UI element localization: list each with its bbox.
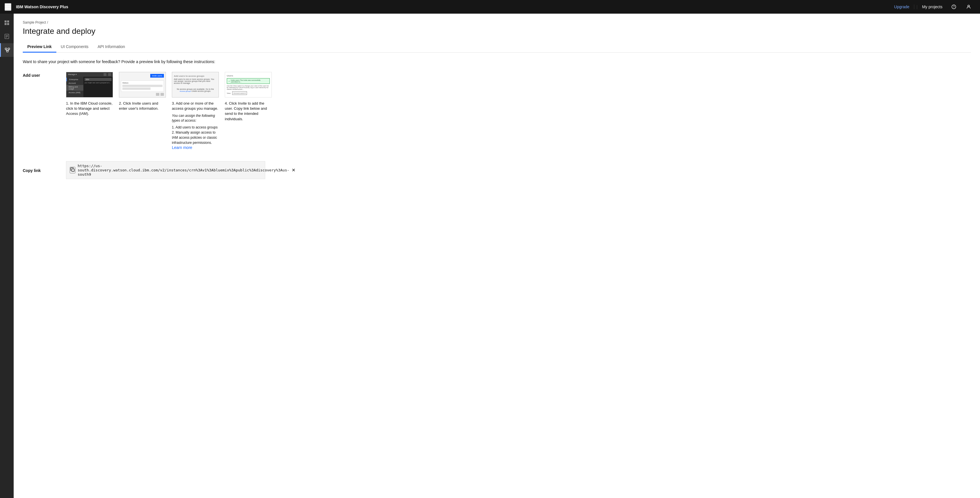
step-1-text: 1. In the IBM Cloud console, click to Ma…: [66, 101, 115, 117]
svg-rect-9: [7, 23, 9, 25]
sidebar-item-overview[interactable]: [0, 16, 14, 30]
copy-icon-button[interactable]: [70, 167, 75, 173]
breadcrumb: Sample Project /: [23, 21, 971, 24]
tab-preview-link[interactable]: Preview Link: [23, 41, 56, 52]
steps-grid: Manage ▾ Enterprise Account Billing and …: [66, 72, 971, 150]
step-2-text: 2. Click Invite users and enter user's i…: [119, 101, 167, 111]
page-description: Want to share your project with someone …: [23, 59, 971, 64]
add-user-label: Add user: [23, 73, 57, 78]
copy-link-url: https://us-south.discovery.watson.cloud.…: [78, 164, 290, 176]
help-button[interactable]: ?: [947, 0, 961, 14]
step-1: Manage ▾ Enterprise Account Billing and …: [66, 72, 115, 150]
breadcrumb-separator: /: [47, 21, 48, 24]
svg-rect-6: [5, 21, 6, 22]
svg-rect-2: [5, 8, 11, 8]
svg-rect-15: [8, 48, 10, 49]
copy-link-input-wrap: https://us-south.discovery.watson.cloud.…: [66, 161, 265, 179]
sidebar: [0, 14, 14, 498]
step-2: Invite users Status 2. Click Invi: [119, 72, 167, 150]
step-3-list: 1. Add users to access groups 2. Manuall…: [172, 125, 220, 145]
step-3-italic: You can assign the following types of ac…: [172, 113, 220, 123]
copy-link-label: Copy link: [23, 168, 57, 173]
step-3-text: 3. Add one or more of the access groups …: [172, 101, 220, 111]
svg-rect-14: [5, 48, 7, 49]
page-title: Integrate and deploy: [23, 27, 971, 36]
svg-text:?: ?: [953, 5, 955, 8]
step-3-image: Add users to access groups Add users to …: [172, 72, 219, 97]
tab-ui-components[interactable]: UI Components: [56, 41, 93, 52]
sidebar-item-documents[interactable]: [0, 30, 14, 43]
learn-more-link[interactable]: Learn more: [172, 145, 220, 150]
step-1-image: Manage ▾ Enterprise Account Billing and …: [66, 72, 113, 97]
upgrade-button[interactable]: Upgrade: [889, 5, 914, 9]
user-button[interactable]: [962, 0, 975, 14]
topnav: IBM Watson Discovery Plus Upgrade | My p…: [0, 0, 980, 14]
add-user-section: Add user Manage ▾: [23, 72, 971, 150]
svg-rect-22: [72, 169, 74, 171]
step-2-image: Invite users Status: [119, 72, 166, 97]
svg-rect-1: [5, 6, 11, 7]
tab-api-information[interactable]: API Information: [93, 41, 130, 52]
svg-point-5: [968, 5, 969, 7]
sidebar-item-integrate[interactable]: [0, 43, 14, 57]
step-4: Users ✓ Invite users The invite was succ…: [225, 72, 273, 150]
step-4-image: Users ✓ Invite users The invite was succ…: [225, 72, 272, 97]
step-4-text: 4. Click Invite to add the user. Copy li…: [225, 101, 273, 122]
svg-rect-8: [5, 23, 6, 25]
svg-rect-16: [6, 51, 8, 52]
main-content: Sample Project / Integrate and deploy Pr…: [14, 14, 980, 498]
copy-clear-button[interactable]: ✕: [292, 167, 295, 173]
app-title: IBM Watson Discovery Plus: [16, 5, 889, 9]
hamburger-button[interactable]: [5, 3, 11, 11]
tabs-container: Preview Link UI Components API Informati…: [23, 41, 971, 52]
svg-rect-0: [5, 5, 11, 5]
step-3: Add users to access groups Add users to …: [172, 72, 220, 150]
copy-link-section: Copy link https://us-south.discovery.wat…: [23, 161, 971, 179]
myprojects-button[interactable]: My projects: [917, 5, 947, 9]
topnav-icons: ?: [947, 0, 975, 14]
svg-rect-7: [7, 21, 9, 22]
breadcrumb-project[interactable]: Sample Project: [23, 21, 46, 24]
